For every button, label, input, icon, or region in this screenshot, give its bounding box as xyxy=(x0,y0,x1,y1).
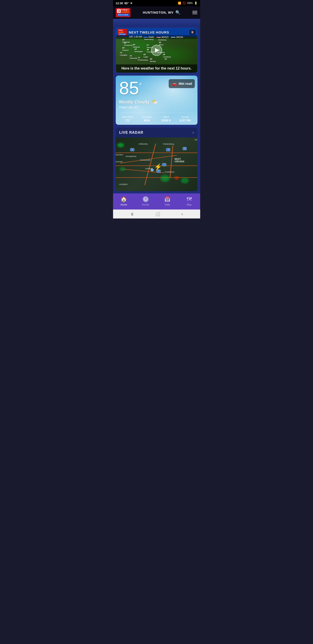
android-back-button[interactable]: ‹ xyxy=(181,212,183,216)
android-nav: ⫼ ⬜ ‹ xyxy=(113,210,200,218)
video-card[interactable]: 69Cincinnati 68Portsmouth 68Grayson 70Le… xyxy=(116,28,198,73)
location-text: HUNTINGTON, WV xyxy=(143,11,173,14)
feels-like-value: 91° xyxy=(134,106,139,109)
logo-container: 3 FIRST ALERT WEATHER xyxy=(116,8,131,17)
volume-button[interactable]: 🔇 xyxy=(189,30,196,35)
video-subtitle: SAT 1:00 AM RAIN MIXED SNOW xyxy=(116,35,197,39)
radar-red-blob xyxy=(174,176,179,180)
wet-road-icon: 🚗 xyxy=(171,81,177,86)
logo-first: FIRST xyxy=(121,9,129,11)
battery-percent: 69% xyxy=(187,2,193,5)
interstate-71: 71 xyxy=(130,148,134,151)
interstate-77-mid: 77 xyxy=(162,163,166,166)
interstate-79: 79 xyxy=(183,147,187,150)
radar-blob-4 xyxy=(120,167,125,171)
stat-sunset: Sunset 8:37 PM xyxy=(177,116,194,122)
daily-label: Daily xyxy=(165,203,170,206)
wind-label: Wind xyxy=(158,116,175,118)
degree-symbol: ° xyxy=(139,82,142,89)
android-home-button[interactable]: ⬜ xyxy=(155,212,160,216)
sunset-value: 8:37 PM xyxy=(177,119,194,122)
legend-snow: SNOW xyxy=(171,36,183,38)
snow-color xyxy=(171,37,175,38)
nav-home[interactable]: 🏠 Home xyxy=(113,195,135,207)
feels-like-display: Feels Like 91° xyxy=(119,106,194,109)
map-label: Map xyxy=(187,203,191,206)
status-bar: 12:30 85° ✕ 📶 🚫 69% 🔋 xyxy=(113,0,200,6)
wet-road-badge: 🚗 Wet road xyxy=(169,79,195,88)
dew-point-value: 71° xyxy=(119,119,137,122)
temp-gallipolis: 69Gallipolis xyxy=(133,44,140,48)
menu-line-1 xyxy=(192,11,197,12)
play-button[interactable] xyxy=(151,45,162,56)
logo-weather: WEATHER xyxy=(117,14,129,16)
play-icon xyxy=(155,48,159,52)
lightning-icon: ⚡ xyxy=(154,163,162,170)
rain-color xyxy=(143,37,148,38)
search-button[interactable]: 🔍 xyxy=(175,10,180,15)
city-parkersburg: Parkersburg xyxy=(163,143,174,145)
condition-text: Mostly Cloudy xyxy=(119,100,150,105)
temperature-value: 85 xyxy=(119,79,139,97)
city-portsmouth: Portsmouth xyxy=(140,159,150,161)
dew-point-label: Dew Point xyxy=(119,116,137,118)
radar-title: LIVE RADAR xyxy=(119,130,143,134)
mixed-color xyxy=(156,37,161,38)
radar-section[interactable]: LIVE RADAR › 71 77 79 77 xyxy=(116,128,198,191)
wifi-icon: 📶 xyxy=(178,2,181,5)
temp-paintsville: 70Paintsville xyxy=(130,55,137,59)
android-recent-button[interactable]: ⫼ xyxy=(130,212,134,216)
condition-row: Mostly Cloudy ⛅ xyxy=(119,99,194,105)
sunset-label: Sunset xyxy=(177,116,194,118)
city-charleston: Charleston xyxy=(165,171,174,173)
wet-road-label: Wet road xyxy=(179,82,192,86)
home-label: Home xyxy=(121,203,127,206)
city-cincinnati: ncinnati xyxy=(116,160,123,163)
video-caption: Here is the weather for the next 12 hour… xyxy=(116,64,197,73)
bottom-nav: 🏠 Home 🕐 Hourly 📅 Daily 🗺 Map xyxy=(113,194,200,210)
condition-icon: ⛅ xyxy=(151,99,158,105)
video-title: NEXT TWELVE HOURS xyxy=(129,30,169,34)
city-hamilton: hamilton xyxy=(116,154,123,156)
temp-lewisburg: 68Lewisburg xyxy=(163,54,171,58)
city-west-virginia: WESTVIRGINIA xyxy=(174,158,184,163)
menu-line-3 xyxy=(192,14,197,14)
temp-lexington: 70Lexington xyxy=(120,52,127,56)
radar-blob-2 xyxy=(161,175,170,182)
stat-dew-point: Dew Point 71° xyxy=(119,116,137,122)
hourly-icon: 🕐 xyxy=(142,196,149,202)
temp-prestonsburg: 70Prestonsburg xyxy=(138,56,148,61)
stat-humidity: Humidity 62% xyxy=(138,116,156,122)
block-icon: 🚫 xyxy=(183,2,186,5)
status-x-icon: ✕ xyxy=(130,2,132,5)
nav-map[interactable]: 🗺 Map xyxy=(178,195,200,207)
nav-daily[interactable]: 📅 Daily xyxy=(157,195,179,207)
temp-elkins: 65Elkins xyxy=(159,41,164,46)
city-mc: Mc xyxy=(195,139,198,141)
city-georgetown: Georgetown xyxy=(125,155,136,158)
radar-arrow: › xyxy=(193,130,194,135)
city-lexington: Lexington xyxy=(119,183,128,185)
temp-huntington: 68Huntington xyxy=(134,48,143,52)
radar-map: 71 77 79 77 77 Chillicothe Parkersburg G… xyxy=(116,138,198,191)
weather-stats: Dew Point 71° Humidity 62% Wind SSW 6 Su… xyxy=(119,113,194,122)
radar-header[interactable]: LIVE RADAR › xyxy=(116,128,198,138)
map-icon: 🗺 xyxy=(187,196,192,202)
temp-portsmouth: 68Portsmouth xyxy=(124,42,133,46)
status-time: 12:30 xyxy=(116,2,123,5)
radar-location-dot xyxy=(151,168,153,171)
legend-mixed: MIXED xyxy=(156,36,169,38)
menu-button[interactable] xyxy=(192,11,197,14)
menu-line-2 xyxy=(192,12,197,13)
nav-hourly[interactable]: 🕐 Hourly xyxy=(135,195,157,207)
home-icon: 🏠 xyxy=(120,196,127,202)
humidity-label: Humidity xyxy=(138,116,156,118)
daily-icon: 📅 xyxy=(164,196,171,202)
logo-alert: ALERT xyxy=(121,11,129,13)
main-content: 69Cincinnati 68Portsmouth 68Grayson 70Le… xyxy=(113,26,200,194)
interstate-77-north: 77 xyxy=(166,148,170,151)
stat-wind: Wind SSW 6 xyxy=(158,116,175,122)
feels-like-label: Feels Like xyxy=(119,106,134,109)
location-display: HUNTINGTON, WV 🔍 xyxy=(143,10,180,15)
city-chillicothe: Chillicothe xyxy=(139,143,148,145)
